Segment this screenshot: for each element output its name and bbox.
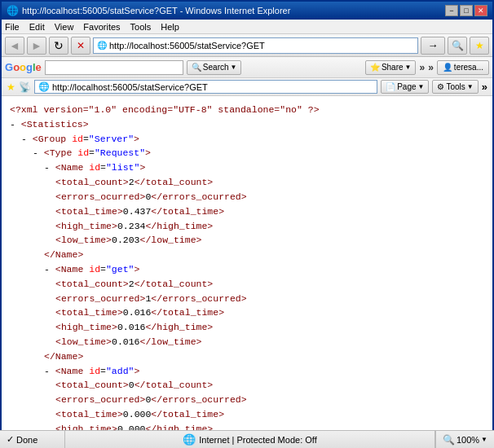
ie-icon: 🌐 [7,5,19,16]
address-icon: 🌐 [97,41,107,50]
status-zone-icon: 🌐 [183,433,196,446]
xml-line-statistics-open: - <Statistics> [10,117,484,132]
back-button[interactable]: ◄ [5,37,24,55]
address-bar: 🌐 [93,37,418,54]
xml-line-group: - <Group id="Server"> [10,132,484,147]
status-zone-text: Internet | Protected Mode: Off [199,435,317,445]
toolbar-icons: ⭐ Share ▼ » » 👤 teresa... [365,60,489,75]
go-button[interactable]: → [421,37,445,55]
xml-line-low-time-1: <low_time>0.203</low_time> [10,233,484,248]
content-area: <?xml version="1.0" encoding="UTF-8" sta… [2,96,492,432]
share-label: Share [382,63,404,72]
xml-line-errors-3: <errors_ocurred>0</errors_ocurred> [10,393,484,407]
user-icon: 👤 [443,63,452,72]
xml-line-name-close-2: </Name> [10,349,484,364]
xml-line-total-count-3: <total_count>0</total_count> [10,378,484,393]
google-logo: Google [5,61,42,73]
extra-tools-button[interactable]: » [428,62,434,73]
xml-line-name-list: - <Name id="list"> [10,160,484,175]
title-bar: 🌐 http://localhost:56005/statService?GET… [2,2,492,20]
share-button[interactable]: ⭐ Share ▼ [365,60,417,75]
search-icon: 🔍 [192,63,201,72]
refresh-button[interactable]: ↻ [49,37,68,55]
share-icon: ⭐ [370,63,380,72]
menu-file[interactable]: File [5,22,20,32]
status-done: ✓ Done [0,431,65,448]
xml-line-low-time-2: <low_time>0.016</low_time> [10,335,484,349]
page-dropdown-icon: ▼ [418,83,425,90]
minimize-button[interactable]: − [445,5,458,16]
zoom-dropdown-icon: ▼ [481,436,487,443]
google-search-wrap [45,60,183,75]
tools-icon: ⚙ [437,82,444,91]
search-toolbar: Google 🔍 Search ▼ ⭐ Share ▼ » » 👤 teresa… [2,57,492,78]
status-done-icon: ✓ [7,434,14,445]
xml-line-high-time-1: <high_time>0.234</high_time> [10,219,484,234]
menu-tools[interactable]: Tools [130,22,152,32]
favorites-address: 🌐 http://localhost:56005/statService?GET [34,80,377,94]
xml-line-total-time-2: <total_time>0.016</total_time> [10,305,484,320]
close-button[interactable]: ✕ [474,5,487,16]
menu-help[interactable]: Help [161,22,179,32]
fav-more-button[interactable]: » [482,81,487,93]
address-input[interactable] [109,41,414,51]
search-icon-nav[interactable]: 🔍 [448,37,467,55]
window-title: http://localhost:56005/statService?GET -… [22,6,290,15]
more-tools-button[interactable]: » [419,62,425,73]
rss-icon: 📡 [19,81,31,93]
xml-line-total-time-1: <total_time>0.437</total_time> [10,204,484,219]
title-bar-left: 🌐 http://localhost:56005/statService?GET… [7,5,290,16]
menu-favorites[interactable]: Favorites [83,22,120,32]
stop-button[interactable]: ✕ [71,37,90,55]
page-icon: 📄 [386,82,395,91]
xml-line-total-count-1: <total_count>2</total_count> [10,175,484,190]
forward-button[interactable]: ► [27,37,46,55]
title-bar-controls: − □ ✕ [445,5,487,16]
page-label: Page [397,82,416,91]
xml-line-high-time-2: <high_time>0.016</high_time> [10,320,484,335]
menu-bar: File Edit View Favorites Tools Help [2,20,492,34]
status-zoom[interactable]: 🔍 100% ▼ [435,431,494,448]
status-zone: 🌐 Internet | Protected Mode: Off [65,433,434,446]
favorites-star-button[interactable]: ★ [470,37,489,55]
tools-dropdown-icon: ▼ [467,83,474,90]
search-label: Search [203,63,229,72]
status-bar: ✓ Done 🌐 Internet | Protected Mode: Off … [0,430,494,448]
xml-view[interactable]: <?xml version="1.0" encoding="UTF-8" sta… [2,96,492,432]
fav-right-controls: 📄 Page ▼ ⚙ Tools ▼ » [381,80,487,94]
menu-edit[interactable]: Edit [29,22,45,32]
nav-toolbar: ◄ ► ↻ ✕ 🌐 → 🔍 ★ [2,34,492,57]
user-label: teresa... [454,63,483,72]
page-button[interactable]: 📄 Page ▼ [381,80,429,94]
xml-declaration: <?xml version="1.0" encoding="UTF-8" sta… [10,103,484,117]
search-dropdown-icon: ▼ [231,64,237,71]
xml-line-name-close-1: </Name> [10,248,484,262]
status-done-text: Done [16,435,37,445]
xml-line-errors-1: <errors_ocurred>0</errors_ocurred> [10,190,484,204]
zoom-icon: 🔍 [443,434,455,446]
restore-button[interactable]: □ [460,5,473,16]
xml-line-total-time-3: <total_time>0.000</total_time> [10,407,484,422]
tools-button[interactable]: ⚙ Tools ▼ [432,80,478,94]
menu-view[interactable]: View [55,22,74,32]
xml-line-name-add: - <Name id="add"> [10,364,484,379]
fav-address-icon: 🌐 [38,81,50,92]
favorites-bar: ★ 📡 🌐 http://localhost:56005/statService… [2,78,492,96]
tools-label: Tools [446,82,465,91]
search-button[interactable]: 🔍 Search ▼ [187,60,242,75]
google-search-input[interactable] [48,63,162,72]
user-button[interactable]: 👤 teresa... [437,60,489,75]
xml-line-total-count-2: <total_count>2</total_count> [10,277,484,292]
status-right: 🔍 100% ▼ [434,431,494,448]
favorites-star-icon: ★ [7,81,15,93]
xml-line-type: - <Type id="Request"> [10,146,484,160]
share-dropdown-icon: ▼ [405,64,412,71]
zoom-value: 100% [457,435,479,445]
fav-address-text: http://localhost:56005/statService?GET [52,82,208,92]
xml-line-errors-2: <errors_ocurred>1</errors_ocurred> [10,292,484,306]
xml-line-name-get: - <Name id="get"> [10,262,484,277]
